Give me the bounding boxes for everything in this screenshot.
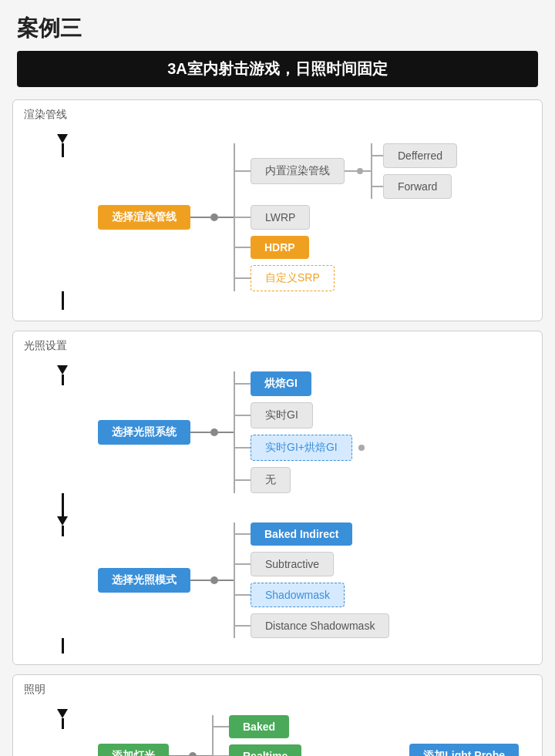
top-banner: 3A室内射击游戏，日照时间固定 bbox=[17, 51, 538, 87]
pipeline-label: 渲染管线 bbox=[24, 108, 67, 122]
illumination-section: 照明 添加灯光 bbox=[12, 674, 543, 756]
page-title: 案例三 bbox=[0, 0, 555, 51]
pipeline-opt-forward: Forward bbox=[383, 174, 452, 199]
lighting-opt-baked-gi: 烘焙GI bbox=[251, 371, 311, 396]
lighting-opt-none: 无 bbox=[251, 467, 291, 493]
lighting-mode-node[interactable]: 选择光照模式 bbox=[98, 568, 190, 593]
lighting-mode-opt-subtractive: Subtractive bbox=[251, 552, 334, 576]
pipeline-opt-deferred: Defferred bbox=[383, 143, 457, 168]
illum-light-probe[interactable]: 添加Light Probe bbox=[409, 744, 519, 756]
lighting-label: 光照设置 bbox=[24, 339, 67, 353]
lighting-section: 光照设置 选择光照系统 bbox=[12, 331, 543, 665]
illum-light-realtime: Realtime bbox=[229, 744, 301, 756]
pipeline-opt-builtin: 内置渲染管线 bbox=[251, 158, 345, 184]
illum-add-light[interactable]: 添加灯光 bbox=[98, 744, 169, 756]
pipeline-section: 渲染管线 选择渲染管线 bbox=[12, 99, 543, 321]
pipeline-opt-hdrp: HDRP bbox=[251, 236, 309, 259]
illum-light-baked: Baked bbox=[229, 715, 289, 738]
lighting-opt-realtime-gi: 实时GI bbox=[251, 402, 313, 428]
pipeline-opt-lwrp: LWRP bbox=[251, 205, 310, 230]
illumination-label: 照明 bbox=[24, 683, 45, 697]
lighting-mode-opt-baked-indirect: Baked Indirect bbox=[251, 522, 352, 546]
pipeline-opt-custom-srp: 自定义SRP bbox=[251, 265, 335, 291]
lighting-opt-realtime-baked-gi: 实时GI+烘焙GI bbox=[251, 435, 352, 461]
pipeline-main-node[interactable]: 选择渲染管线 bbox=[98, 205, 190, 230]
lighting-mode-opt-distance-shadowmask: Distance Shadowmask bbox=[251, 613, 389, 638]
lighting-mode-opt-shadowmask: Shadowmask bbox=[251, 583, 345, 607]
lighting-main-node[interactable]: 选择光照系统 bbox=[98, 420, 190, 445]
